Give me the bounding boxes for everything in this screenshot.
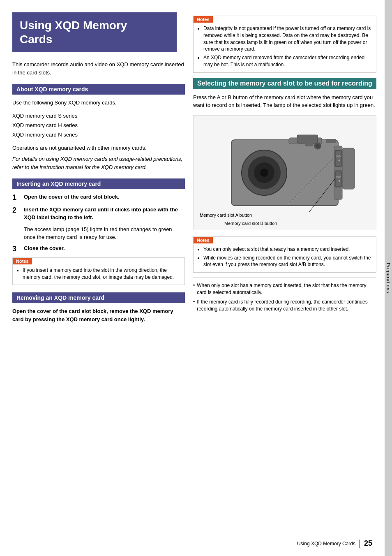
main-content: Using XQD Memory Cards This camcorder re… <box>0 0 385 556</box>
bottom-notes-box: Notes You can only select a slot that al… <box>193 236 376 273</box>
selecting-intro: Press the A or B button of the memory ca… <box>193 93 376 109</box>
list-item: XQD memory card S series <box>12 111 185 120</box>
camera-svg: XQD XQD <box>207 123 363 222</box>
right-sidebar: Preparations <box>385 0 392 556</box>
extra-bullet-2: If the memory card is fully recorded dur… <box>193 299 376 313</box>
right-column: Notes Data integrity is not guaranteed i… <box>193 12 376 331</box>
memory-card-list: XQD memory card S series XQD memory card… <box>12 111 185 140</box>
svg-rect-13 <box>336 171 341 186</box>
step-1: 1 Open the cover of the card slot block. <box>12 193 185 202</box>
svg-point-4 <box>260 169 268 177</box>
step-text-3: Close the cover. <box>24 245 65 252</box>
removing-bold-text: Open the cover of the card slot block, r… <box>12 307 185 323</box>
top-notes-box: Notes Data integrity is not guaranteed i… <box>193 16 376 73</box>
svg-text:XQD: XQD <box>336 176 341 178</box>
extra-bullets: When only one slot has a memory card ins… <box>193 282 376 312</box>
removing-section-header: Removing an XQD memory card <box>12 292 185 303</box>
divider <box>193 278 376 278</box>
slot-b-label: Memory card slot B button <box>224 221 277 226</box>
step-text-1: Open the cover of the card slot block. <box>24 193 120 201</box>
about-text1: Use the following Sony XQD memory cards. <box>12 99 185 107</box>
page-footer: Using XQD Memory Cards 25 <box>297 539 372 548</box>
inserting-notes-label: Notes <box>13 258 32 264</box>
note-item: While movies are being recorded on the m… <box>203 255 372 269</box>
about-section-header: About XQD memory cards <box>12 84 185 95</box>
inserting-notes-box: Notes If you insert a memory card into t… <box>12 257 185 285</box>
step-text-2: Insert the XQD memory card until it clic… <box>24 206 185 221</box>
camera-illustration: XQD XQD <box>193 115 376 230</box>
step-3: 3 Close the cover. <box>12 245 185 253</box>
step-num-3: 3 <box>12 245 21 253</box>
about-italic: For details on using XQD memory cards an… <box>12 155 185 171</box>
page-title: Using XQD Memory Cards <box>20 19 169 46</box>
step-2-sub: The access lamp (page 15) lights in red … <box>24 225 185 241</box>
top-notes-content: Data integrity is not guaranteed if the … <box>194 23 376 72</box>
selecting-section: Selecting the memory card slot to be use… <box>193 78 376 313</box>
footer-separator <box>360 540 360 548</box>
page-number: 25 <box>364 539 372 548</box>
svg-rect-9 <box>336 151 341 166</box>
svg-rect-6 <box>326 139 336 143</box>
svg-rect-17 <box>342 148 355 189</box>
svg-text:XQD: XQD <box>336 155 341 158</box>
selecting-section-header: Selecting the memory card slot to be use… <box>193 78 376 89</box>
about-text2: Operations are not guaranteed with other… <box>12 144 185 152</box>
note-item: Data integrity is not guaranteed if the … <box>203 25 372 53</box>
page-container: Using XQD Memory Cards This camcorder re… <box>0 0 392 556</box>
svg-rect-16 <box>297 135 318 143</box>
step-num-2: 2 <box>12 206 21 215</box>
note-item: An XQD memory card removed from the camc… <box>203 54 372 68</box>
left-column: Using XQD Memory Cards This camcorder re… <box>12 12 185 331</box>
step-2: 2 Insert the XQD memory card until it cl… <box>12 206 185 221</box>
extra-bullet-1: When only one slot has a memory card ins… <box>193 282 376 296</box>
inserting-section: Inserting an XQD memory card 1 Open the … <box>12 178 185 285</box>
note-item: You can only select a slot that already … <box>203 246 372 253</box>
inserting-section-header: Inserting an XQD memory card <box>12 178 185 189</box>
title-box: Using XQD Memory Cards <box>12 12 177 52</box>
note-item: If you insert a memory card into the slo… <box>23 267 180 281</box>
slot-a-label: Memory card slot A button <box>200 213 252 218</box>
list-item: XQD memory card H series <box>12 120 185 130</box>
sidebar-label: Preparations <box>386 263 391 293</box>
intro-text: This camcorder records audio and video o… <box>12 60 185 76</box>
bottom-notes-content: You can only select a slot that already … <box>194 243 376 272</box>
footer-text: Using XQD Memory Cards <box>297 541 355 547</box>
about-section: About XQD memory cards Use the following… <box>12 84 185 171</box>
step-num-1: 1 <box>12 193 21 202</box>
two-col-layout: Using XQD Memory Cards This camcorder re… <box>12 12 376 331</box>
svg-point-19 <box>316 144 320 148</box>
svg-rect-20 <box>305 143 313 146</box>
bottom-notes-label: Notes <box>194 237 213 243</box>
top-notes-label: Notes <box>194 16 213 23</box>
list-item: XQD memory card N series <box>12 130 185 139</box>
inserting-notes-content: If you insert a memory card into the slo… <box>13 264 184 285</box>
removing-section: Removing an XQD memory card Open the cov… <box>12 292 185 323</box>
